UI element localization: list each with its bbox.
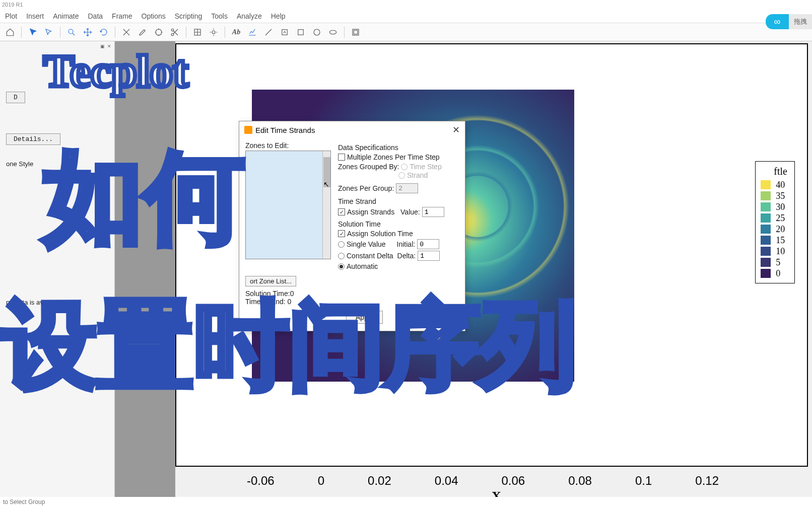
legend-label: 5 — [776, 257, 780, 268]
pe-data-message: pe data is available. — [6, 299, 108, 306]
legend-swatch — [761, 202, 771, 211]
separator — [60, 27, 60, 38]
sort-zone-list-button[interactable]: ort Zone List... — [245, 276, 296, 286]
zones-per-group-input — [396, 183, 418, 193]
slice-icon[interactable] — [119, 25, 133, 39]
menu-plot[interactable]: Plot — [5, 12, 17, 20]
cloud-icon[interactable]: ∞ — [766, 14, 789, 29]
grouped-by-label: Zones Grouped By: — [338, 163, 399, 171]
solution-time-label: Solution Time — [338, 220, 459, 228]
drag-button[interactable]: 拖拽 — [789, 14, 812, 29]
legend-swatch — [761, 213, 771, 223]
rect-up-icon[interactable] — [278, 25, 292, 39]
automatic-radio[interactable] — [338, 263, 345, 270]
statusbar: to Select Group — [0, 497, 812, 507]
legend-swatch — [761, 225, 771, 234]
details-button-1[interactable]: D — [6, 92, 25, 103]
zoom-icon[interactable] — [64, 25, 79, 39]
constant-delta-label: Constant Delta — [347, 252, 393, 260]
dialog-titlebar[interactable]: Edit Time Strands ✕ — [239, 121, 465, 138]
menu-frame[interactable]: Frame — [112, 12, 132, 20]
menu-options[interactable]: Options — [142, 12, 166, 20]
delta-input[interactable] — [418, 251, 440, 261]
time-strand-status: Time Strand: 0 — [245, 298, 459, 306]
menu-insert[interactable]: Insert — [26, 12, 44, 20]
menu-tools[interactable]: Tools — [211, 12, 228, 20]
sidebar-close-icon[interactable]: ✕ — [106, 43, 112, 49]
legend-label: 25 — [776, 213, 785, 224]
details-button-2[interactable]: Details... — [6, 133, 60, 145]
pointer-icon[interactable] — [26, 25, 40, 39]
edit-time-strands-dialog: Edit Time Strands ✕ Zones to Edit: ↖ Dat… — [239, 121, 465, 331]
svg-rect-7 — [298, 29, 304, 35]
legend: ftle 40 35 30 25 20 15 10 5 0 — [755, 161, 795, 283]
chart-icon[interactable] — [245, 25, 259, 39]
initial-label: Initial: — [397, 240, 416, 248]
legend-label: 30 — [776, 202, 785, 212]
legend-swatch — [761, 236, 771, 245]
circle-icon[interactable] — [310, 25, 324, 39]
separator — [225, 27, 225, 38]
single-value-radio[interactable] — [338, 241, 345, 248]
scissors-icon[interactable] — [168, 25, 182, 39]
svg-point-8 — [314, 29, 320, 35]
light-icon[interactable] — [207, 25, 221, 39]
multi-zones-label: Multiple Zones Per Time Step — [347, 153, 440, 161]
svg-rect-6 — [282, 29, 288, 35]
zones-to-edit-label: Zones to Edit: — [245, 141, 331, 150]
constant-delta-radio[interactable] — [338, 253, 345, 259]
strand-value-input[interactable] — [422, 207, 444, 217]
menu-data[interactable]: Data — [88, 12, 103, 20]
legend-label: 20 — [776, 224, 785, 235]
titlebar: 2019 R1 — [0, 0, 812, 9]
edit-icon[interactable] — [136, 25, 150, 39]
crosshair-icon[interactable] — [152, 25, 166, 39]
ellipse-icon[interactable] — [326, 25, 340, 39]
data-spec-label: Data Specifications — [338, 143, 459, 152]
text-icon[interactable]: Ab — [229, 25, 243, 39]
sidebar: ▣ ✕ D Details... one Style pe data is av… — [0, 41, 115, 507]
menu-animate[interactable]: Animate — [53, 12, 79, 20]
initial-input[interactable] — [417, 239, 439, 249]
legend-title: ftle — [761, 166, 787, 177]
zone-style-label: one Style — [6, 160, 108, 168]
legend-swatch — [761, 191, 771, 200]
solution-time-status: Solution Time:0 — [245, 289, 459, 298]
value-label: Value: — [400, 208, 420, 216]
zone-list[interactable]: ↖ — [245, 151, 331, 259]
apply-button[interactable]: Apply — [346, 311, 383, 324]
assign-strands-checkbox[interactable]: ✓ — [338, 208, 345, 215]
move-icon[interactable] — [81, 25, 95, 39]
menu-analyze[interactable]: Analyze — [237, 12, 262, 20]
x-tick: 0.04 — [435, 474, 458, 488]
line-icon[interactable] — [261, 25, 276, 39]
delta-label: Delta: — [397, 252, 416, 260]
assign-solution-checkbox[interactable]: ✓ — [338, 230, 345, 237]
svg-point-5 — [212, 31, 215, 34]
legend-swatch — [761, 180, 771, 189]
home-icon[interactable] — [3, 25, 17, 39]
x-tick: 0.08 — [568, 474, 592, 488]
single-value-label: Single Value — [347, 240, 386, 248]
timestep-radio-label: Time Step — [410, 163, 441, 171]
sidebar-undock-icon[interactable]: ▣ — [99, 43, 105, 49]
rotate-icon[interactable] — [97, 25, 111, 39]
select-icon[interactable] — [42, 25, 56, 39]
assign-solution-label: Assign Solution Time — [347, 230, 413, 238]
grid-icon[interactable] — [190, 25, 205, 39]
rect-icon[interactable] — [294, 25, 308, 39]
frame-icon[interactable] — [349, 25, 363, 39]
legend-label: 40 — [776, 180, 785, 190]
close-icon[interactable]: ✕ — [452, 124, 460, 135]
multi-zones-checkbox[interactable] — [338, 154, 345, 161]
cursor-icon: ↖ — [323, 180, 329, 188]
zones-per-group-label: Zones Per Group: — [338, 184, 394, 192]
strand-radio — [398, 172, 405, 179]
menu-help[interactable]: Help — [271, 12, 286, 20]
top-right-badge: ∞ 拖拽 — [766, 14, 812, 29]
svg-point-9 — [329, 30, 336, 34]
x-tick: -0.06 — [247, 474, 275, 488]
scrollbar[interactable] — [322, 151, 330, 259]
svg-point-0 — [69, 29, 73, 34]
menu-scripting[interactable]: Scripting — [175, 12, 202, 20]
